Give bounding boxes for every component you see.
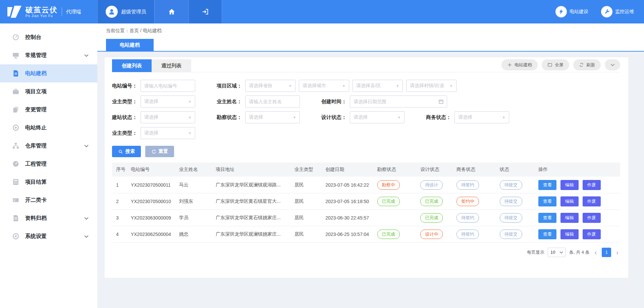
sidebar-item-change-mgmt[interactable]: 变更管理 — [0, 101, 97, 119]
date-range-picker[interactable] — [350, 96, 447, 108]
plus-icon — [507, 62, 512, 67]
sidebar-item-label: 项目结算 — [25, 179, 89, 186]
user-menu[interactable]: 超级管理员 — [97, 0, 154, 23]
col-owner: 业主姓名 — [175, 163, 212, 177]
caret-down-icon: ▼ — [288, 84, 292, 88]
create-station-button[interactable]: 电站建档 — [501, 59, 538, 70]
edit-button[interactable]: 编辑 — [560, 196, 579, 206]
sidebar-item-type2-card[interactable]: 开二类卡 — [0, 191, 97, 209]
collapse-button[interactable] — [605, 59, 620, 70]
view-button[interactable]: 查看 — [538, 180, 556, 190]
sidebar-item-project-settlement[interactable]: 项目结算 — [0, 173, 97, 191]
reset-button[interactable]: 重置 — [145, 146, 174, 157]
design-status-badge: 设计中 — [420, 230, 443, 239]
owner-type2-label: 业主类型： — [112, 130, 137, 136]
design-status-badge: 已完成 — [420, 213, 443, 223]
sidebar-item-station-archive[interactable]: 电站建档 — [0, 64, 97, 82]
next-page-button[interactable]: › — [614, 249, 620, 256]
sidebar-item-system-settings[interactable]: 系统设置 — [0, 227, 97, 245]
tab-passed-list[interactable]: 通过列表 — [152, 59, 191, 72]
chevron-down-icon — [84, 144, 89, 148]
logo-subtitle: Po Jian Yun Fu — [25, 14, 58, 18]
view-button[interactable]: 查看 — [538, 196, 556, 206]
gauge-icon — [12, 160, 19, 168]
home-button[interactable] — [154, 0, 189, 23]
owner-name-input[interactable] — [245, 96, 300, 108]
main-content: 当前位置： 首页 / 电站建档 电站建档 创建列表 通过列表 — [97, 23, 644, 308]
refresh-button[interactable]: 刷新 — [573, 59, 601, 70]
nav-station-build[interactable]: 电站建设 — [555, 6, 588, 17]
edit-button[interactable]: 编辑 — [560, 180, 579, 190]
page-1-button[interactable]: 1 — [602, 248, 611, 257]
archive-icon — [12, 214, 19, 222]
document-icon — [12, 70, 19, 77]
date-range-input[interactable] — [350, 96, 447, 108]
caret-down-icon: ▼ — [502, 116, 505, 119]
per-page-select[interactable]: 10 — [548, 248, 566, 257]
view-button[interactable]: 查看 — [538, 229, 556, 239]
search-button[interactable]: 搜索 — [112, 146, 141, 157]
col-no: 序号 — [112, 163, 127, 177]
build-status-label: 建站状态： — [112, 114, 137, 121]
design-status-select[interactable]: 请选择▼ — [350, 111, 405, 123]
build-status-select[interactable]: 请选择▼ — [141, 111, 195, 123]
sidebar-item-engineering-mgmt[interactable]: 工程管理 — [0, 155, 97, 173]
sidebar: 控制台 常规管理 电站建档 项目立项 — [0, 23, 97, 308]
wrench-icon — [601, 6, 612, 17]
void-button[interactable]: 作废 — [583, 229, 601, 239]
fullscreen-button[interactable]: 全屏 — [542, 59, 569, 70]
business-status-select[interactable]: 请选择▼ — [454, 111, 509, 123]
nav-monitor-ops[interactable]: 监控运维 — [601, 6, 634, 17]
sidebar-item-label: 仓库管理 — [25, 142, 84, 149]
void-button[interactable]: 作废 — [583, 196, 601, 206]
total-count-label: 条, 共 4 条 — [569, 249, 590, 255]
city-select[interactable]: 请选择城市▼ — [299, 80, 349, 92]
tab-create-list[interactable]: 创建列表 — [112, 59, 152, 72]
edit-button[interactable]: 编辑 — [560, 229, 579, 239]
view-button[interactable]: 查看 — [538, 213, 556, 223]
filter-form: 电站编号： 项目区域： 请选择省份▼ 请选择城市▼ 请选择县/区▼ 请选择村镇/… — [112, 80, 620, 139]
sidebar-item-console[interactable]: 控制台 — [0, 28, 97, 46]
nav-label: 监控运维 — [615, 9, 634, 15]
top-nav: 电站建设 监控运维 — [555, 0, 634, 23]
station-code-input[interactable] — [141, 80, 195, 92]
owner-type-select[interactable]: 请选择▼ — [141, 96, 195, 108]
main-card: 创建列表 通过列表 电站建档 全屏 — [105, 57, 628, 278]
fullscreen-label: 全屏 — [555, 62, 564, 68]
void-button[interactable]: 作废 — [583, 180, 601, 190]
table-row: 3 YX2023063000009 学员 广东深圳龙华区黄石镇姚家庄... 居民… — [112, 209, 620, 226]
design-status-badge: 待设计 — [420, 180, 443, 190]
logo: 破茧云伏 Po Jian Yun Fu 代理端 — [0, 0, 97, 23]
user-icon — [108, 8, 115, 15]
survey-status-badge: 勘察中 — [377, 180, 400, 190]
reset-icon — [151, 149, 156, 154]
app-root: 破茧云伏 Po Jian Yun Fu 代理端 超级管理员 — [0, 0, 644, 308]
sidebar-item-label: 变更管理 — [25, 106, 89, 113]
sidebar-item-warehouse-mgmt[interactable]: 仓库管理 — [0, 137, 97, 155]
void-button[interactable]: 作废 — [583, 213, 601, 223]
chevron-down-icon — [84, 53, 89, 58]
owner-type2-select[interactable]: 请选择▼ — [141, 127, 195, 139]
breadcrumb-path: 首页 / 电站建档 — [129, 28, 162, 34]
sidebar-item-data-archive[interactable]: 资料归档 — [0, 209, 97, 227]
bolt-icon — [555, 6, 567, 17]
caret-down-icon: ▼ — [342, 84, 345, 88]
col-actions: 操作 — [534, 163, 620, 177]
logout-button[interactable] — [189, 0, 222, 23]
edit-button[interactable]: 编辑 — [560, 213, 579, 223]
sidebar-item-label: 控制台 — [25, 34, 89, 41]
survey-status-select[interactable]: 请选择▼ — [245, 111, 300, 123]
sidebar-item-project-initiation[interactable]: 项目立项 — [0, 82, 97, 101]
town-select[interactable]: 请选择村镇/街道▼ — [406, 80, 457, 92]
province-select[interactable]: 请选择省份▼ — [245, 80, 296, 92]
district-select[interactable]: 请选择县/区▼ — [353, 80, 403, 92]
sidebar-item-station-termination[interactable]: 电站终止 — [0, 119, 97, 137]
briefcase-icon — [12, 88, 19, 95]
sidebar-item-label: 常规管理 — [25, 52, 84, 59]
caret-down-icon: ▼ — [188, 116, 192, 119]
page-tab-station-archive[interactable]: 电站建档 — [106, 39, 154, 51]
col-address: 项目地址 — [212, 163, 290, 177]
prev-page-button[interactable]: ‹ — [593, 249, 599, 256]
breadcrumb: 当前位置： 首页 / 电站建档 — [97, 23, 644, 38]
sidebar-item-general-mgmt[interactable]: 常规管理 — [0, 46, 97, 64]
